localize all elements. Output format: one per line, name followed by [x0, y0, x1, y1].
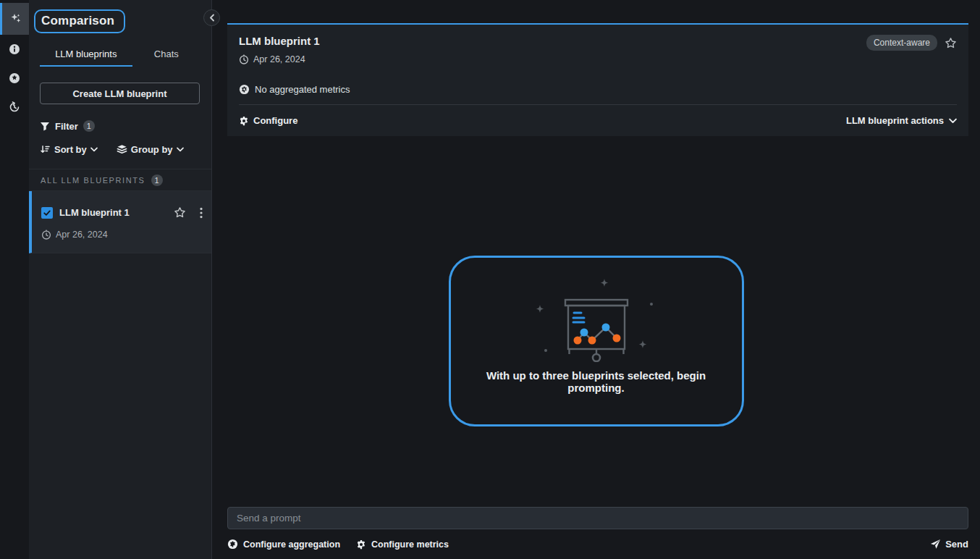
kebab-menu-icon	[200, 207, 203, 219]
prompt-input[interactable]	[227, 507, 968, 529]
filter-count-badge: 1	[83, 120, 95, 132]
aggregated-metrics-status: No aggregated metrics	[239, 84, 957, 95]
icon-rail	[0, 0, 29, 559]
configure-aggregation-button[interactable]: Configure aggregation	[227, 539, 340, 550]
app: Comparison LLM blueprints Chats Create L…	[0, 0, 980, 559]
history-icon	[9, 101, 20, 113]
rail-item-info[interactable]	[0, 35, 29, 64]
tab-llm-blueprints[interactable]: LLM blueprints	[40, 42, 132, 67]
sparkles-icon	[9, 12, 22, 25]
funnel-icon	[40, 122, 50, 131]
metrics-status-label: No aggregated metrics	[255, 84, 350, 95]
blueprint-title: LLM blueprint 1	[59, 207, 167, 218]
tab-chats[interactable]: Chats	[132, 42, 200, 67]
chevron-down-icon	[177, 147, 184, 152]
empty-state-message: With up to three blueprints selected, be…	[465, 369, 727, 394]
context-aware-badge: Context-aware	[866, 35, 937, 51]
rail-item-history[interactable]	[0, 93, 29, 122]
card-title: LLM blueprint 1	[239, 35, 320, 47]
blueprint-menu-button[interactable]	[200, 207, 203, 219]
configure-button[interactable]: Configure	[239, 115, 297, 126]
prompt-footer: Configure aggregation Configure metrics	[227, 539, 968, 550]
filter-button[interactable]: Filter 1	[40, 120, 200, 132]
empty-state-box: With up to three blueprints selected, be…	[449, 256, 744, 426]
sort-by-button[interactable]: Sort by	[40, 144, 98, 155]
clock-icon	[41, 230, 51, 240]
group-by-button[interactable]: Group by	[117, 144, 184, 155]
section-count-badge: 1	[151, 175, 163, 186]
sort-group-row: Sort by Group by	[40, 144, 200, 155]
presentation-chart-illustration	[513, 277, 680, 362]
blueprint-date: Apr 26, 2024	[56, 230, 108, 240]
rail-item-playground[interactable]	[0, 3, 29, 35]
sidebar: Comparison LLM blueprints Chats Create L…	[29, 0, 212, 559]
blueprint-list-item[interactable]: LLM blueprint 1	[29, 191, 211, 253]
star-outline-icon	[945, 37, 957, 49]
gear-icon	[356, 539, 366, 550]
star-circle-icon	[9, 72, 20, 84]
layers-icon	[117, 144, 127, 155]
aggregation-circle-icon	[227, 539, 238, 550]
chevron-left-icon	[209, 14, 215, 22]
info-icon	[9, 43, 20, 55]
create-llm-blueprint-button[interactable]: Create LLM blueprint	[40, 83, 200, 104]
filter-label: Filter	[55, 121, 78, 132]
configure-aggregation-label: Configure aggregation	[243, 539, 340, 550]
send-button[interactable]: Send	[930, 539, 968, 550]
main-panel: LLM blueprint 1 Apr 26, 2024 Co	[212, 0, 980, 559]
group-by-label: Group by	[131, 144, 173, 155]
rail-item-favorites[interactable]	[0, 64, 29, 93]
blueprint-checkbox[interactable]	[41, 207, 53, 219]
configure-metrics-label: Configure metrics	[371, 539, 449, 550]
chevron-down-icon	[949, 118, 957, 124]
collapse-sidebar-button[interactable]	[203, 9, 220, 26]
page-title: Comparison	[34, 9, 125, 33]
star-outline-icon	[174, 206, 186, 219]
configure-label: Configure	[253, 115, 297, 126]
sort-icon	[40, 144, 51, 155]
configure-metrics-button[interactable]: Configure metrics	[356, 539, 449, 550]
aggregation-circle-icon	[239, 84, 250, 95]
sort-by-label: Sort by	[54, 144, 87, 155]
send-label: Send	[945, 539, 968, 550]
playground-content: With up to three blueprints selected, be…	[212, 136, 980, 507]
blueprint-card: LLM blueprint 1 Apr 26, 2024 Co	[227, 23, 968, 136]
send-icon	[930, 539, 941, 550]
card-favorite-star-button[interactable]	[945, 37, 957, 49]
chevron-down-icon	[90, 147, 98, 152]
section-header-label: ALL LLM BLUEPRINTS	[41, 176, 145, 185]
actions-label: LLM blueprint actions	[846, 115, 944, 126]
clock-icon	[239, 54, 249, 64]
favorite-star-button[interactable]	[174, 206, 186, 219]
blueprint-section-header: ALL LLM BLUEPRINTS 1	[29, 169, 211, 191]
sidebar-tabs: LLM blueprints Chats	[40, 42, 200, 67]
card-date: Apr 26, 2024	[253, 54, 305, 64]
gear-icon	[239, 116, 249, 126]
llm-blueprint-actions-button[interactable]: LLM blueprint actions	[846, 115, 957, 126]
